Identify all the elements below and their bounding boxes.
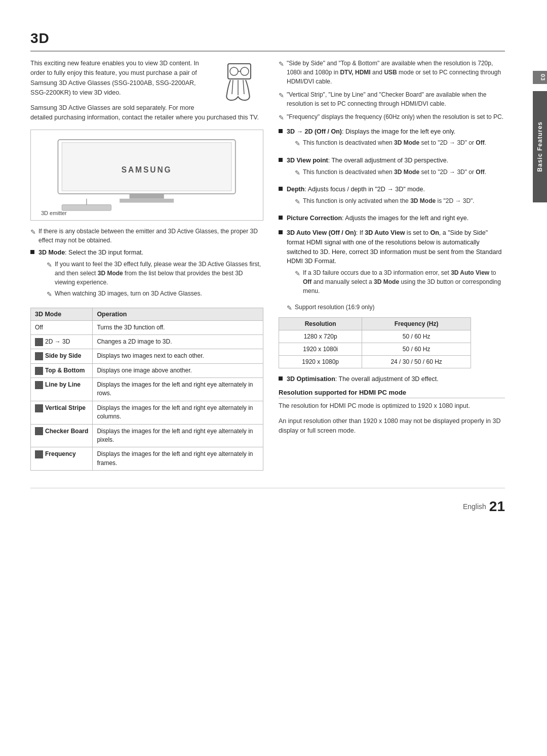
mode-cell: 2D → 3D [31,334,93,349]
mode-cell: Line by Line [31,378,93,401]
note-support-text: Support resolution (16:9 only) [295,303,374,312]
table-row: Vertical StripeDisplays the images for t… [31,401,263,424]
svg-point-2 [241,67,249,75]
freq-cell: 50 / 60 Hz [362,343,471,355]
bullet-3dvp-content: 3D View point: The overall adjustment of… [287,156,486,180]
table-row: FrequencyDisplays the images for the lef… [31,447,263,471]
mode-icon [35,352,43,360]
note-sidebyside: ✎ "Side by Side" and "Top & Bottom" are … [279,59,505,86]
sub-note-wear-text: If you want to feel the 3D effect fully,… [55,260,263,287]
sub-note-av-text: If a 3D failure occurs due to a 3D infor… [303,268,505,296]
hdmi-section-title: Resolution supported for HDMI PC mode [279,389,505,398]
pencil-icon-r8: ✎ [287,303,292,313]
pencil-icon-r2: ✎ [279,91,284,101]
operation-cell: Displays one image above another. [93,363,263,377]
tv-image: SAMSUNG 3D emitter [30,130,263,221]
sub-note-av: ✎ If a 3D failure occurs due to a 3D inf… [295,268,505,296]
mode-cell: Off [31,320,93,334]
bullet-3d2d-content: 3D → 2D (Off / On): Displays the image f… [287,127,486,151]
pencil-icon-r6: ✎ [295,197,300,207]
bullet-3dmode-content: 3D Mode: Select the 3D input format. ✎ I… [38,248,263,301]
svg-rect-12 [62,205,111,211]
left-column: This exciting new feature enables you to… [30,59,263,478]
svg-rect-9 [130,194,164,199]
hdmi-text1: The resolution for HDMI PC mode is optim… [279,401,505,411]
res-table-row: 1280 x 720p50 / 60 Hz [279,330,471,343]
mode-icon [35,427,43,435]
operation-cell: Displays two images next to each other. [93,349,263,363]
pencil-icon: ✎ [30,227,36,237]
sub-note-depth: ✎ This function is only activated when t… [295,196,475,207]
sidebar-number: 03 [533,71,547,84]
note-obstacle: ✎ If there is any obstacle between the e… [30,227,263,245]
bullet-depth-content: Depth: Adjusts focus / depth in "2D → 3D… [287,185,475,208]
mode-icon [35,404,43,412]
mode-icon [35,338,43,346]
bullet-3dopt: 3D Optimisation: The overall adjustment … [279,374,505,384]
bullet-3dviewpoint: 3D View point: The overall adjustment of… [279,156,505,180]
note-vertical: ✎ "Vertical Strip", "Line by Line" and "… [279,90,505,108]
freq-cell: 24 / 30 / 50 / 60 Hz [362,355,471,368]
svg-text:SAMSUNG: SAMSUNG [122,165,172,174]
bullet-pc-content: Picture Correction: Adjusts the images f… [287,214,468,223]
table-row: Checker BoardDisplays the images for the… [31,424,263,447]
footer: English 21 [30,488,505,515]
bullet-square-pc [279,216,283,220]
table-header-mode: 3D Mode [31,308,93,320]
sub-note-watching: ✎ When watching 3D images, turn on 3D Ac… [47,289,263,300]
table-row: OffTurns the 3D function off. [31,320,263,334]
sub-note-3dvp-text: This function is deactivated when 3D Mod… [303,167,486,177]
note-frequency-text: "Frequency" displays the frequency (60Hz… [287,112,503,121]
mode-cell: Top & Bottom [31,363,93,377]
pencil-icon-r3: ✎ [279,113,284,123]
pencil-icon-r1: ✎ [279,59,284,69]
bullet-3dmode-text: : Select the 3D input format. [65,249,143,256]
bullet-square-depth [279,187,283,191]
bullet-av-content: 3D Auto View (Off / On): If 3D Auto View… [287,228,505,298]
bullet-3dmode: 3D Mode: Select the 3D input format. ✎ I… [30,248,263,301]
svg-rect-10 [120,199,174,203]
note-frequency: ✎ "Frequency" displays the frequency (60… [279,112,505,123]
res-table-row: 1920 x 1080i50 / 60 Hz [279,343,471,355]
note-vertical-text: "Vertical Strip", "Line by Line" and "Ch… [287,90,505,108]
bullet-square-opt [279,376,283,381]
operation-cell: Displays the images for the left and rig… [93,378,263,401]
tv-emitter-label: 3D emitter [41,210,67,216]
bullet-picture-correction: Picture Correction: Adjusts the images f… [279,214,505,223]
bullet-square-3dvp [279,158,283,162]
mode-name: Side by Side [45,352,81,359]
bullet-depth: Depth: Adjusts focus / depth in "2D → 3D… [279,185,505,208]
mode-cell: Vertical Stripe [31,401,93,424]
sub-note-3dvp: ✎ This function is deactivated when 3D M… [295,167,486,178]
two-col-layout: This exciting new feature enables you to… [30,59,505,478]
bullet-3dmode-label: 3D Mode [38,249,65,256]
operation-cell: Displays the images for the left and rig… [93,424,263,447]
footer-text: English [463,502,486,511]
table-row: Line by LineDisplays the images for the … [31,378,263,401]
res-table-row: 1920 x 1080p24 / 30 / 50 / 60 Hz [279,355,471,368]
mode-cell: Frequency [31,447,93,471]
footer-number: 21 [489,498,505,515]
resolution-table: Resolution Frequency (Hz) 1280 x 720p50 … [279,317,471,368]
bullet-opt-content: 3D Optimisation: The overall adjustment … [287,374,439,384]
res-header-freq: Frequency (Hz) [362,317,471,330]
sidebar-tab: Basic Features [533,91,547,202]
sidebar-tab-label: Basic Features [536,121,543,172]
svg-point-1 [230,67,238,75]
bullet-square-icon [30,250,34,254]
hdmi-text2: An input resolution other than 1920 x 10… [279,416,505,436]
table-header-operation: Operation [93,308,263,320]
device-image [213,59,263,107]
operation-cell: Displays the images for the left and rig… [93,447,263,471]
mode-name: Checker Board [45,428,88,435]
mode-name: 2D → 3D [45,338,70,345]
freq-cell: 50 / 60 Hz [362,330,471,343]
operation-cell: Displays the images for the left and rig… [93,401,263,424]
sub-note-watching-text: When watching 3D images, turn on 3D Acti… [55,289,202,298]
mode-name: Off [35,324,43,331]
note-obstacle-text: If there is any obstacle between the emi… [38,227,263,245]
operation-cell: Turns the 3D function off. [93,320,263,334]
mode-icon [35,367,43,375]
main-content: 3D This [0,0,533,545]
note-support-res: ✎ Support resolution (16:9 only) [287,303,505,313]
